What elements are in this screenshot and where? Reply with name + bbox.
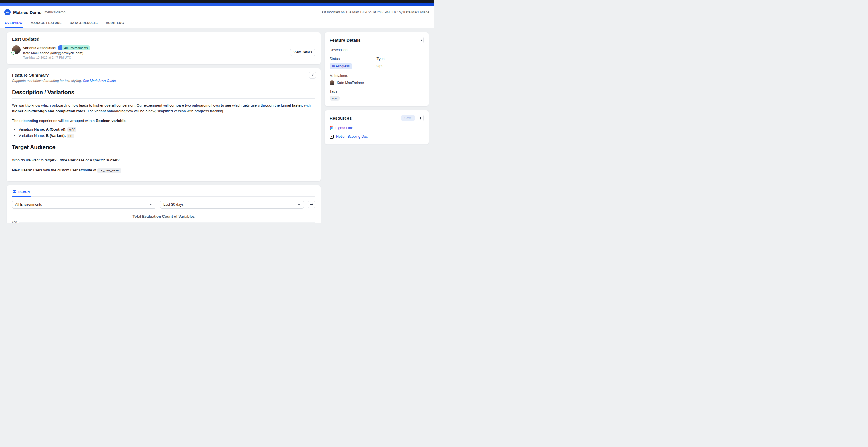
page-content: Last Updated + Variable Associated All E…	[0, 28, 434, 224]
description-paragraph: We want to know which onboarding flow le…	[12, 103, 315, 114]
tab-reach[interactable]: REACH	[12, 190, 31, 197]
attribute-chip: is_new_user	[97, 168, 122, 173]
feature-key: metrics-demo	[44, 10, 65, 14]
tab-audit-log[interactable]: AUDIT LOG	[105, 20, 124, 28]
tab-data-results[interactable]: DATA & RESULTS	[69, 20, 98, 28]
event-timestamp: Tue May 13 2025 at 2:47 PM UTC	[23, 56, 90, 59]
feature-tabs: OVERVIEW MANAGE FEATURE DATA & RESULTS A…	[0, 20, 434, 28]
markdown-guide-link[interactable]: See Markdown Guide	[83, 79, 116, 83]
main-column: Last Updated + Variable Associated All E…	[6, 32, 321, 224]
reach-chart-icon	[12, 190, 17, 194]
tab-manage-feature[interactable]: MANAGE FEATURE	[31, 20, 62, 28]
open-feature-details-button[interactable]	[417, 37, 424, 43]
last-updated-title: Last Updated	[12, 37, 315, 41]
target-audience-heading: Target Audience	[12, 144, 315, 153]
evaluation-count-line-chart: 0100200300400500600	[12, 220, 316, 224]
maintainer-name: Kate MacFarlane	[337, 81, 364, 85]
variation-item-control: Variation Name: A (Control), off	[19, 127, 315, 132]
markdown-hint-text: Supports markdown formatting for text st…	[12, 79, 83, 83]
description-variations-heading: Description / Variations	[12, 89, 315, 99]
chevron-down-icon	[297, 203, 301, 206]
status-label: Status	[330, 57, 377, 61]
reach-chart: 0100200300400500600	[12, 220, 315, 224]
plus-icon	[418, 116, 422, 120]
edit-summary-button[interactable]	[309, 72, 316, 79]
add-resource-button[interactable]	[417, 114, 424, 122]
tags-label: Tags	[330, 90, 424, 94]
reach-filters: All Environments Last 30 days	[12, 201, 315, 209]
variation-item-variant: Variation Name: B (Variant), on	[19, 134, 315, 138]
feature-header: Metrics Demo metrics-demo Last modified …	[0, 6, 434, 28]
sidebar-column: Feature Details Description Status In Pr…	[324, 32, 429, 145]
chart-title: Total Evaluation Count of Variables	[12, 214, 315, 219]
metrics-tabs: REACH	[12, 190, 315, 197]
create-event-icon: +	[11, 51, 15, 55]
apply-filters-button[interactable]	[308, 201, 315, 208]
target-audience-question: Who do we want to target? Entire user ba…	[12, 158, 315, 163]
variation-value-off: off	[67, 128, 76, 132]
brand-gradient-bar	[0, 3, 434, 6]
environment-select-value: All Environments	[15, 203, 42, 207]
reach-tab-label: REACH	[18, 190, 30, 194]
maintainers-label: Maintainers	[330, 74, 424, 78]
audit-event-row: + Variable Associated All Environments K…	[12, 45, 315, 59]
feature-details-card: Feature Details Description Status In Pr…	[324, 32, 429, 106]
last-modified-text[interactable]: Last modified on Tue May 13 2025 at 2:47…	[319, 10, 429, 14]
tab-overview[interactable]: OVERVIEW	[5, 20, 23, 28]
back-button[interactable]	[4, 9, 10, 15]
figma-icon	[330, 126, 333, 130]
edit-icon	[311, 73, 314, 77]
resource-link-label: Figma Link	[335, 126, 353, 130]
event-user: Kate MacFarlane (kate@devcycle.com)	[23, 51, 90, 55]
description-label: Description	[330, 48, 424, 52]
feature-summary-title: Feature Summary	[12, 73, 315, 77]
back-arrow-icon	[6, 10, 9, 14]
variation-list: Variation Name: A (Control), off Variati…	[13, 127, 315, 138]
variation-value-on: on	[67, 134, 74, 138]
avatar	[330, 80, 335, 85]
top-system-bar	[0, 0, 434, 3]
boolean-variable-paragraph: The onboarding experience will be wrappe…	[12, 118, 315, 124]
feature-summary-card: Feature Summary Supports markdown format…	[6, 68, 321, 181]
resources-title: Resources	[330, 116, 352, 121]
avatar: +	[12, 45, 21, 54]
environment-color-chip	[58, 45, 62, 50]
chevron-down-icon	[150, 203, 153, 206]
save-button[interactable]: Save	[401, 115, 415, 121]
notion-resource-link[interactable]: N Notion Scoping Doc	[330, 135, 424, 139]
type-label: Type	[377, 57, 424, 61]
resources-card: Resources Save Figma Link	[324, 110, 429, 145]
arrow-right-icon	[310, 203, 314, 206]
environment-badge: All Environments	[58, 45, 90, 50]
status-type-row: Status In Progress Type Ops	[330, 57, 424, 69]
figma-resource-link[interactable]: Figma Link	[330, 126, 424, 130]
svg-text:600: 600	[12, 221, 17, 224]
reach-card: REACH All Environments Last 30 days	[6, 185, 321, 224]
markdown-hint: Supports markdown formatting for text st…	[12, 79, 315, 83]
date-range-select-value: Last 30 days	[163, 203, 184, 207]
status-badge[interactable]: In Progress	[330, 64, 352, 69]
type-value: Ops	[377, 64, 424, 68]
date-range-select[interactable]: Last 30 days	[160, 201, 304, 209]
tag-pill: ops	[330, 96, 340, 101]
environment-badge-label: All Environments	[62, 45, 90, 50]
summary-markdown: Description / Variations We want to know…	[12, 89, 315, 173]
resource-link-label: Notion Scoping Doc	[336, 135, 368, 139]
new-users-paragraph: New Users: users with the custom user at…	[12, 168, 315, 173]
page-title: Metrics Demo	[13, 10, 42, 15]
event-name: Variable Associated	[23, 46, 56, 50]
arrow-right-icon	[418, 38, 422, 42]
view-details-button[interactable]: View Details	[290, 49, 315, 56]
environment-select[interactable]: All Environments	[12, 201, 156, 209]
event-details: Variable Associated All Environments Kat…	[23, 45, 90, 59]
last-updated-card: Last Updated + Variable Associated All E…	[6, 32, 321, 64]
resource-links: Figma Link N Notion Scoping Doc	[330, 126, 424, 139]
feature-details-title: Feature Details	[330, 38, 361, 43]
maintainer-row: Kate MacFarlane	[330, 80, 424, 85]
notion-icon: N	[330, 135, 334, 139]
